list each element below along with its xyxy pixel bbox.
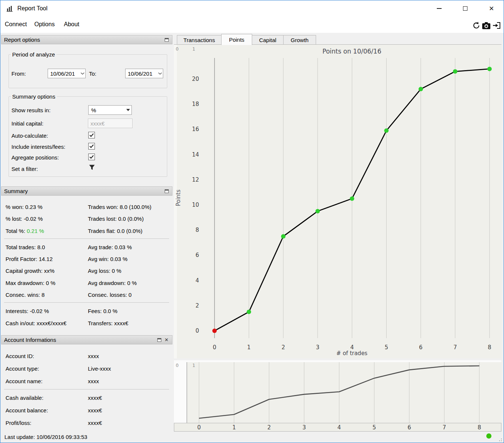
svg-text:6: 6 <box>419 344 423 351</box>
summary-row: % won: 0.23 % Trades won: 8.0 (100.0%) <box>6 204 170 211</box>
filter-button[interactable] <box>89 164 96 172</box>
summary-row: Consec. wins: 8 Consec. losses: 0 <box>6 292 170 299</box>
minimize-button[interactable] <box>431 3 448 14</box>
title-bar: Report Tool ✕ <box>0 0 504 17</box>
close-panel-button[interactable]: ✕ <box>164 337 169 343</box>
svg-text:12: 12 <box>192 176 199 183</box>
divider <box>4 389 169 389</box>
checkmark-icon <box>89 155 94 159</box>
menu-about[interactable]: About <box>62 20 82 29</box>
include-fees-checkbox[interactable] <box>88 143 95 150</box>
svg-text:8: 8 <box>488 344 491 351</box>
show-results-value: % <box>91 107 126 113</box>
camera-icon <box>482 22 491 30</box>
overview-chart-pane: 01234567801 <box>174 360 501 432</box>
show-results-select[interactable]: % <box>88 105 132 115</box>
account-id-label: Account ID: <box>6 353 34 359</box>
tab-transactions[interactable]: Transactions <box>177 35 222 45</box>
refresh-button[interactable] <box>472 21 481 30</box>
app-icon <box>6 5 13 12</box>
svg-text:1: 1 <box>192 363 195 368</box>
svg-text:2: 2 <box>267 424 271 431</box>
account-row: Account balance: xxxx€ <box>6 407 170 415</box>
menu-options[interactable]: Options <box>32 20 57 29</box>
svg-text:2: 2 <box>281 344 285 351</box>
close-button[interactable]: ✕ <box>483 3 500 14</box>
summary-row: Max drawdown: 0 % Avg drawdown: 0 % <box>6 280 170 287</box>
summary-row: Cash in/out: xxxx€/xxxx€ Transfers: xxxx… <box>6 320 170 327</box>
float-panel-button[interactable] <box>156 337 162 343</box>
set-filter-label: Set a filter: <box>11 166 38 172</box>
trades-lost-value: Trades lost: 0.0 (0.0%) <box>88 216 144 222</box>
filter-icon <box>89 164 95 171</box>
divider <box>4 302 169 303</box>
svg-text:0: 0 <box>176 47 179 52</box>
to-label: To: <box>89 71 96 77</box>
svg-text:8: 8 <box>195 227 199 233</box>
total-pct-value: 0.21 % <box>27 228 44 234</box>
show-results-label: Show results in: <box>11 107 51 113</box>
to-date-value: 10/06/201 <box>128 71 158 77</box>
screenshot-button[interactable] <box>481 21 491 30</box>
fees-value: Fees: 0.0 % <box>88 308 117 314</box>
profit-factor-value: Profit Factor: 14.12 <box>6 256 53 262</box>
agregate-positions-checkbox[interactable] <box>88 154 95 160</box>
report-options-header: Report options <box>1 35 172 44</box>
divider <box>4 238 169 239</box>
summary-row: Capital growth: xx% Avg loss: 0 % <box>6 268 170 275</box>
overview-chart[interactable]: 01234567801 <box>174 360 501 432</box>
pct-lost-value: % lost: -0.02 % <box>6 216 43 222</box>
export-icon <box>493 22 501 29</box>
profit-loss-label: Profit/loss: <box>6 420 31 426</box>
float-panel-button[interactable] <box>164 37 169 43</box>
svg-text:18: 18 <box>192 101 199 107</box>
tab-points[interactable]: Points <box>221 34 252 45</box>
period-group-label: Period of analyze <box>11 51 56 58</box>
menu-connect[interactable]: Connect <box>3 20 29 29</box>
tab-growth[interactable]: Growth <box>283 35 316 45</box>
last-update-text: Last update: 10/06/2016 09:33:53 <box>4 434 87 440</box>
avg-win-value: Avg win: 0.03 % <box>88 256 127 262</box>
to-date-select[interactable]: 10/06/201 <box>125 69 163 78</box>
float-panel-button[interactable] <box>164 188 169 194</box>
account-type-value: Live-xxxx <box>88 365 111 372</box>
trades-flat-value: Trades flat: 0.0 (0.0%) <box>88 228 143 234</box>
account-row: Profit/loss: xxxx€ <box>6 420 170 427</box>
maximize-button[interactable] <box>457 3 474 14</box>
svg-text:4: 4 <box>337 424 341 431</box>
svg-text:1: 1 <box>247 344 251 351</box>
from-date-value: 10/06/201 <box>50 71 80 77</box>
svg-text:5: 5 <box>373 424 376 431</box>
dropdown-arrow-icon <box>126 109 130 111</box>
close-icon: ✕ <box>489 6 494 12</box>
svg-text:14: 14 <box>192 151 199 158</box>
export-button[interactable] <box>492 21 501 30</box>
svg-text:7: 7 <box>453 344 457 351</box>
summary-title: Summary <box>4 188 28 194</box>
cash-in-out-value: Cash in/out: xxxx€/xxxx€ <box>6 320 66 326</box>
svg-text:3: 3 <box>316 344 320 351</box>
from-date-select[interactable]: 10/06/201 <box>48 69 86 78</box>
summary-row: Total trades: 8.0 Avg trade: 0.03 % <box>6 244 170 251</box>
svg-text:0: 0 <box>213 344 216 351</box>
account-info-title: Account Informations <box>4 337 56 343</box>
float-icon <box>165 38 169 42</box>
refresh-icon <box>472 21 480 30</box>
points-chart[interactable]: 01234567802468101214161820Points on 10/0… <box>174 45 501 358</box>
avg-loss-value: Avg loss: 0 % <box>88 268 121 274</box>
total-trades-value: Total trades: 8.0 <box>6 244 45 250</box>
from-label: From: <box>11 71 26 77</box>
summary-row: Total %: 0.21 % Trades flat: 0.0 (0.0%) <box>6 228 170 235</box>
svg-text:Points: Points <box>175 189 182 206</box>
initial-capital-label: Initial capital: <box>11 120 44 127</box>
points-chart-pane: 01234567802468101214161820Points on 10/0… <box>174 44 501 358</box>
tab-capital[interactable]: Capital <box>252 35 284 45</box>
avg-trade-value: Avg trade: 0.03 % <box>88 244 132 250</box>
chevron-down-icon <box>158 72 162 75</box>
resize-grip[interactable] <box>497 437 502 441</box>
svg-text:0: 0 <box>176 363 179 368</box>
auto-calculate-checkbox[interactable] <box>88 132 95 138</box>
consec-wins-value: Consec. wins: 8 <box>6 292 45 298</box>
initial-capital-input <box>88 119 133 128</box>
account-id-value: xxxx <box>88 353 99 359</box>
